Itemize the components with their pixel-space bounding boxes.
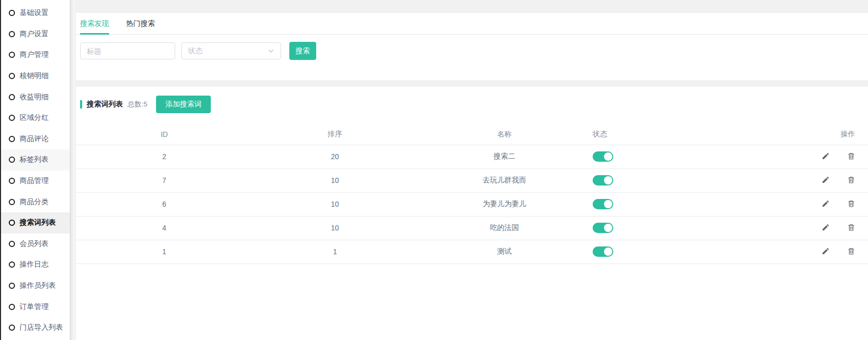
radio-circle-icon (9, 157, 15, 163)
status-toggle[interactable] (593, 199, 613, 209)
radio-circle-icon (9, 94, 15, 100)
search-word-list-card: 搜索词列表 总数:5 添加搜索词 ID 排序 名称 状态 操作 (76, 87, 868, 340)
table-row: 220搜索二 (76, 145, 868, 168)
radio-circle-icon (9, 241, 15, 247)
list-title: 搜索词列表 (87, 100, 123, 109)
tab-hot-search[interactable]: 热门搜索 (126, 13, 155, 34)
radio-circle-icon (9, 324, 15, 331)
toggle-knob (604, 176, 612, 184)
sidebar-item-label: 商品管理 (20, 176, 49, 186)
status-toggle[interactable] (593, 151, 613, 162)
sidebar-item-label: 收益明细 (20, 92, 49, 102)
status-toggle[interactable] (593, 175, 613, 186)
radio-circle-icon (9, 73, 15, 79)
sidebar-item-2[interactable]: 商户管理 (1, 44, 70, 66)
sidebar-item-13[interactable]: 操作员列表 (1, 275, 70, 297)
radio-circle-icon (9, 220, 15, 226)
cell-name: 为妻儿为妻儿 (417, 192, 592, 216)
sidebar-item-label: 会员列表 (20, 239, 49, 249)
sidebar-item-10[interactable]: 搜索词列表 (1, 212, 70, 234)
sidebar-item-8[interactable]: 商品管理 (1, 171, 70, 192)
edit-pencil-icon[interactable] (822, 247, 830, 255)
cell-sort: 1 (253, 240, 417, 264)
table-row: 610为妻儿为妻儿 (76, 192, 868, 216)
chevron-down-icon (268, 48, 274, 54)
sidebar-item-label: 搜索词列表 (20, 218, 56, 227)
tab-search-discovery[interactable]: 搜索发现 (80, 13, 109, 34)
edit-pencil-icon[interactable] (822, 176, 830, 184)
title-filter-input[interactable] (80, 42, 175, 59)
cell-id: 2 (76, 145, 253, 168)
toggle-knob (604, 152, 612, 161)
sidebar-item-label: 商品分类 (20, 197, 49, 207)
sidebar-item-7[interactable]: 标签列表 (1, 149, 70, 171)
cell-id: 4 (76, 216, 253, 240)
toggle-knob (604, 248, 612, 256)
filter-row: 状态 搜索 (80, 42, 868, 60)
delete-trash-icon[interactable] (847, 152, 855, 160)
search-filter-card: 搜索发现 热门搜索 状态 搜索 (76, 13, 868, 80)
accent-bar (80, 100, 82, 109)
cell-id: 1 (76, 240, 253, 264)
add-search-word-button[interactable]: 添加搜索词 (156, 96, 211, 113)
sidebar-item-4[interactable]: 收益明细 (1, 86, 70, 107)
table-header-row: ID 排序 名称 状态 操作 (76, 124, 868, 145)
table-row: 710去玩儿群我而 (76, 168, 868, 192)
status-toggle[interactable] (593, 246, 613, 257)
sidebar-item-0[interactable]: 基础设置 (1, 3, 70, 24)
sidebar-item-label: 商品评论 (20, 134, 49, 144)
sidebar-item-label: 核销明细 (20, 71, 49, 81)
sidebar-scrollbar[interactable] (70, 0, 75, 340)
status-toggle[interactable] (593, 223, 613, 233)
radio-circle-icon (9, 304, 15, 310)
sidebar-item-label: 门店导入列表 (20, 323, 63, 332)
radio-circle-icon (9, 178, 15, 184)
sidebar-item-label: 操作员列表 (20, 281, 56, 290)
sidebar-item-15[interactable]: 门店导入列表 (1, 317, 70, 338)
search-button[interactable]: 搜索 (289, 42, 316, 60)
column-header-status: 状态 (592, 124, 789, 145)
column-header-sort: 排序 (253, 124, 417, 145)
radio-circle-icon (9, 31, 15, 37)
edit-pencil-icon[interactable] (822, 199, 830, 208)
edit-pencil-icon[interactable] (822, 223, 830, 231)
tab-bar: 搜索发现 热门搜索 (76, 13, 868, 35)
sidebar-item-label: 操作日志 (20, 260, 49, 269)
sidebar-item-6[interactable]: 商品评论 (1, 129, 70, 150)
delete-trash-icon[interactable] (847, 223, 855, 231)
delete-trash-icon[interactable] (847, 176, 855, 184)
cell-id: 7 (76, 168, 253, 192)
sidebar-item-14[interactable]: 订单管理 (1, 296, 70, 317)
column-header-id: ID (76, 124, 253, 145)
delete-trash-icon[interactable] (847, 199, 855, 208)
list-total-count: 总数:5 (128, 100, 147, 109)
cell-name: 吃的法国 (417, 216, 592, 240)
column-header-name: 名称 (417, 124, 592, 145)
cell-name: 测试 (417, 240, 592, 264)
cell-name: 去玩儿群我而 (417, 168, 592, 192)
list-header: 搜索词列表 总数:5 添加搜索词 (76, 87, 868, 113)
sidebar-item-12[interactable]: 操作日志 (1, 254, 70, 275)
status-filter-select[interactable]: 状态 (181, 42, 281, 59)
table-row: 11测试 (76, 240, 868, 264)
sidebar-item-label: 标签列表 (20, 155, 49, 164)
sidebar-item-11[interactable]: 会员列表 (1, 234, 70, 255)
radio-circle-icon (9, 10, 15, 16)
edit-pencil-icon[interactable] (822, 152, 830, 160)
radio-circle-icon (9, 261, 15, 268)
table-row: 410吃的法国 (76, 216, 868, 240)
status-select-placeholder: 状态 (188, 47, 203, 56)
toggle-knob (604, 200, 612, 208)
radio-circle-icon (9, 199, 15, 205)
window-left-edge (0, 0, 1, 340)
cell-sort: 10 (253, 192, 417, 216)
radio-circle-icon (9, 283, 15, 289)
sidebar-item-1[interactable]: 商户设置 (1, 24, 70, 45)
sidebar-item-label: 区域分红 (20, 113, 49, 122)
sidebar-item-9[interactable]: 商品分类 (1, 191, 70, 212)
sidebar-item-3[interactable]: 核销明细 (1, 66, 70, 87)
sidebar-item-5[interactable]: 区域分红 (1, 107, 70, 129)
delete-trash-icon[interactable] (847, 247, 855, 255)
search-word-table: ID 排序 名称 状态 操作 220搜索二710去玩儿群我而610为妻儿为妻儿4… (76, 124, 868, 264)
sidebar-item-label: 订单管理 (20, 302, 49, 312)
